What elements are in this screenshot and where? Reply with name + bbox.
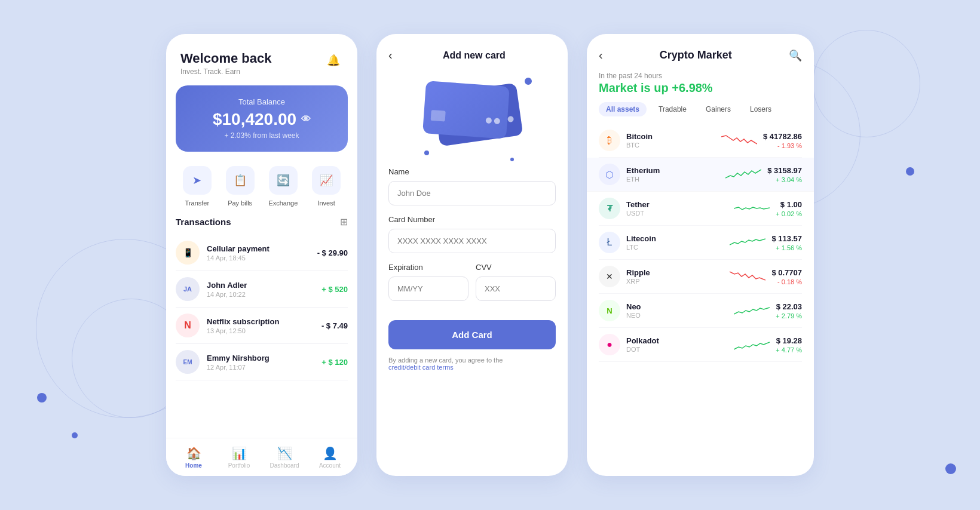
- exchange-icon: 🔄: [269, 166, 298, 195]
- crypto-market-title: Crypto Market: [603, 49, 789, 62]
- card-illustration: [376, 72, 568, 167]
- nav-account[interactable]: 👤 Account: [307, 446, 353, 469]
- add-card-button[interactable]: Add Card: [388, 320, 556, 349]
- neo-icon: N: [599, 300, 620, 321]
- nav-dashboard[interactable]: 📉 Dashboard: [262, 446, 307, 469]
- portfolio-icon: 📊: [232, 446, 247, 460]
- ethereum-info: Etherium ETH: [626, 166, 719, 183]
- ripple-icon: ✕: [599, 266, 620, 287]
- litecoin-info: Litecoin LTC: [626, 234, 724, 251]
- exchange-action[interactable]: 🔄 Exchange: [268, 166, 298, 207]
- pay-bills-icon: 📋: [226, 166, 255, 195]
- polkadot-info: Polkadot DOT: [626, 336, 728, 353]
- list-item[interactable]: ✕ Ripple XRP $ 0.7707 - 0.18 %: [599, 260, 802, 294]
- tab-tradable[interactable]: Tradable: [651, 102, 694, 116]
- list-item[interactable]: ₮ Tether USDT $ 1.00 + 0.02 %: [599, 192, 802, 226]
- notification-icon[interactable]: 🔔: [324, 51, 343, 70]
- tab-all-assets[interactable]: All assets: [599, 102, 647, 116]
- market-sub: In the past 24 hours: [599, 72, 802, 80]
- card-number-field-group: Card Number: [388, 215, 556, 253]
- list-item[interactable]: ● Polkadot DOT $ 19.28 + 4.77 %: [599, 328, 802, 362]
- table-row[interactable]: N Netflix subscription 13 Apr, 12:50 - $…: [176, 308, 348, 344]
- deco-dot-1: [525, 78, 532, 85]
- card-chip-front: [431, 110, 446, 122]
- card-number-label: Card Number: [388, 215, 556, 224]
- transfer-action[interactable]: ➤ Transfer: [183, 166, 212, 207]
- transactions-section: Transactions ⊞ 📱 Cellular payment 14 Apr…: [166, 216, 357, 380]
- welcome-title: Welcome back: [180, 51, 271, 66]
- name-input[interactable]: [388, 181, 556, 205]
- avatar: EM: [176, 350, 200, 374]
- phone1-wallet: Welcome back Invest. Track. Earn 🔔 Total…: [166, 34, 357, 476]
- list-item[interactable]: N Neo NEO $ 22.03 + 2.79 %: [599, 294, 802, 328]
- tx-info: Cellular payment 14 Apr, 18:45: [207, 244, 310, 262]
- nav-portfolio[interactable]: 📊 Portfolio: [216, 446, 262, 469]
- balance-amount: $10,420.00 👁: [189, 110, 335, 129]
- avatar: N: [176, 314, 200, 337]
- name-label: Name: [388, 167, 556, 176]
- cvv-label: CVV: [476, 263, 556, 272]
- quick-actions: ➤ Transfer 📋 Pay bills 🔄 Exchange 📈 Inve…: [166, 161, 357, 216]
- deco-dot-3: [510, 158, 514, 161]
- invest-icon: 📈: [312, 166, 341, 195]
- account-icon: 👤: [323, 446, 338, 460]
- neo-info: Neo NEO: [626, 302, 728, 319]
- name-field-group: Name: [388, 167, 556, 205]
- list-item[interactable]: ⬡ Etherium ETH $ 3158.97 + 3.04 %: [587, 158, 814, 192]
- litecoin-icon: Ł: [599, 232, 620, 253]
- tab-gainers[interactable]: Gainers: [699, 102, 738, 116]
- home-icon: 🏠: [186, 446, 201, 460]
- tx-info: John Adler 14 Apr, 10:22: [207, 281, 314, 298]
- expiration-input[interactable]: [388, 276, 468, 301]
- card-front: [422, 81, 510, 139]
- cvv-field-group: CVV: [476, 263, 556, 301]
- filter-tabs: All assets Tradable Gainers Losers: [587, 102, 814, 124]
- invest-action[interactable]: 📈 Invest: [312, 166, 341, 207]
- market-summary: In the past 24 hours Market is up +6.98%: [587, 69, 814, 102]
- phone3-header: ‹ Crypto Market 🔍: [587, 34, 814, 69]
- table-row[interactable]: EM Emmy Nirshborg 12 Apr, 11:07 + $ 120: [176, 344, 348, 380]
- phone2-header: ‹ Add new card: [376, 34, 568, 72]
- polkadot-icon: ●: [599, 334, 620, 355]
- tx-info: Emmy Nirshborg 12 Apr, 11:07: [207, 354, 314, 371]
- terms-link[interactable]: credit/debit card terms: [388, 364, 454, 371]
- page-title: Add new card: [393, 50, 556, 61]
- phone3-crypto: ‹ Crypto Market 🔍 In the past 24 hours M…: [587, 34, 814, 476]
- list-item[interactable]: Ł Litecoin LTC $ 113.57 + 1.56 %: [599, 226, 802, 260]
- welcome-subtitle: Invest. Track. Earn: [180, 67, 271, 76]
- market-headline: Market is up +6.98%: [599, 81, 802, 95]
- avatar: JA: [176, 277, 200, 301]
- ripple-chart: [730, 268, 765, 285]
- tether-chart: [734, 200, 770, 217]
- back-button[interactable]: ‹: [388, 48, 393, 62]
- nav-home[interactable]: 🏠 Home: [171, 446, 216, 469]
- crypto-list: ₿ Bitcoin BTC $ 41782.86 - 1.93 % ⬡ Ethe…: [587, 124, 814, 362]
- litecoin-chart: [730, 234, 765, 251]
- deco-dot-2: [424, 150, 429, 155]
- tether-icon: ₮: [599, 198, 620, 219]
- transfer-icon: ➤: [183, 166, 212, 195]
- market-change: +6.98%: [672, 81, 712, 94]
- bottom-nav: 🏠 Home 📊 Portfolio 📉 Dashboard 👤 Account: [166, 438, 357, 476]
- card-number-input[interactable]: [388, 229, 556, 253]
- tx-info: Netflix subscription 13 Apr, 12:50: [207, 317, 314, 334]
- list-item[interactable]: ₿ Bitcoin BTC $ 41782.86 - 1.93 %: [599, 124, 802, 158]
- exchange-label: Exchange: [268, 199, 298, 207]
- card-terms-text: By adding a new card, you agree to the c…: [376, 357, 568, 371]
- cvv-input[interactable]: [476, 276, 556, 301]
- tether-info: Tether USDT: [626, 200, 728, 217]
- balance-change: + 2.03% from last week: [189, 131, 335, 140]
- filter-icon[interactable]: ⊞: [340, 216, 348, 228]
- table-row[interactable]: 📱 Cellular payment 14 Apr, 18:45 - $ 29.…: [176, 235, 348, 271]
- search-icon[interactable]: 🔍: [789, 49, 802, 62]
- balance-card: Total Balance $10,420.00 👁 + 2.03% from …: [176, 85, 348, 152]
- card-form: Name Card Number Expiration CVV: [376, 167, 568, 311]
- ethereum-chart: [725, 166, 761, 183]
- eye-icon[interactable]: 👁: [301, 114, 311, 125]
- crypto-back-button[interactable]: ‹: [599, 48, 603, 62]
- tab-losers[interactable]: Losers: [743, 102, 779, 116]
- pay-bills-action[interactable]: 📋 Pay bills: [226, 166, 255, 207]
- invest-label: Invest: [317, 199, 335, 207]
- dashboard-icon: 📉: [277, 446, 292, 460]
- table-row[interactable]: JA John Adler 14 Apr, 10:22 + $ 520: [176, 271, 348, 308]
